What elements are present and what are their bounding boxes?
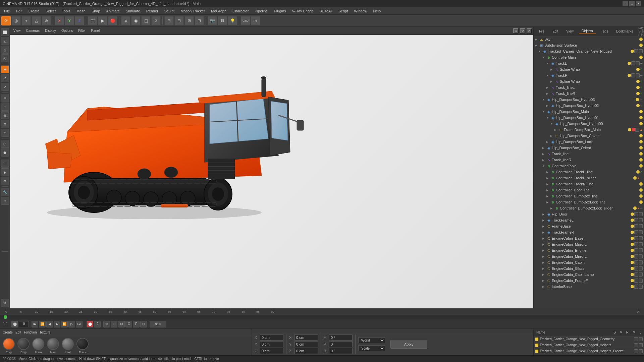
tree-arrow-hip00[interactable]: ▼ [550, 122, 554, 125]
record-btn[interactable]: ⬤ [11, 321, 18, 327]
menu-tools[interactable]: Tools [59, 8, 73, 14]
rb-ctrl-2b[interactable] [639, 343, 643, 347]
left-tool-7[interactable]: ⊖ [1, 111, 9, 119]
left-tool-2[interactable]: ◱ [1, 37, 9, 45]
vp-panel[interactable]: Panel [89, 28, 102, 33]
menu-3dtoall[interactable]: 3DToAll [317, 8, 335, 14]
tool-5[interactable]: 🎬 [88, 16, 97, 25]
tree-arrow-trackl[interactable]: ▼ [546, 62, 550, 65]
tool-2[interactable]: ⌖ [21, 16, 31, 25]
coord-sy-input[interactable] [294, 341, 318, 347]
menu-plugins[interactable]: Plugins [271, 8, 288, 14]
rp-tab-tags[interactable]: Tags [598, 29, 611, 34]
rb-ctrl-3a[interactable] [634, 349, 638, 353]
tree-arrow-trackframe[interactable]: ▶ [542, 219, 546, 222]
tree-arrow-enginemirrorr[interactable]: ▶ [542, 255, 546, 258]
coord-system-dropdown[interactable]: World Object Parent [358, 337, 385, 343]
tool-select[interactable]: ◎ [11, 16, 21, 25]
tree-item-trackr[interactable]: ▼ ◉ TrackR ··· [534, 72, 644, 78]
vp-maximize[interactable]: ⊞ [513, 28, 519, 34]
tree-item-trackl[interactable]: ▼ ◉ TrackL ··· [534, 60, 644, 66]
tree-item-ctrldumpboxlock[interactable]: ▶ ⊕ Controller_DumpBoxLock_line [534, 199, 644, 205]
tree-arrow-engineglass[interactable]: ▶ [542, 267, 546, 270]
tree-arrow-tracklineR2[interactable]: ▶ [542, 159, 546, 162]
tree-arrow-ctrldoor[interactable]: ▶ [546, 189, 550, 192]
tree-arrow-trackr[interactable]: ▼ [546, 74, 550, 77]
tool-render1[interactable]: 📷 [208, 16, 217, 25]
rb-ctrl-1b[interactable] [639, 337, 643, 341]
tree-item-framebase[interactable]: ▶ ⬡ FrameBase [534, 223, 644, 229]
left-tool-14[interactable]: ⊕ [1, 177, 9, 185]
vp-filter[interactable]: Filter [76, 28, 88, 33]
left-tool-12[interactable]: ⬛ [1, 160, 9, 168]
tree-arrow-tracklineR[interactable]: ▶ [546, 92, 550, 95]
tree-arrow-enginecabin[interactable]: ▶ [542, 261, 546, 264]
tool-3[interactable]: △ [32, 16, 41, 25]
left-tool-15[interactable]: 🔧 [1, 188, 9, 196]
material-item-3[interactable]: Fram [32, 338, 44, 354]
vp-view[interactable]: View [11, 28, 23, 33]
scale-dropdown[interactable]: Scale [358, 345, 385, 351]
tree-arrow-tracked[interactable]: ▼ [538, 50, 542, 53]
rb-ctrl-2a[interactable] [634, 343, 638, 347]
menu-mograph[interactable]: MoGraph [208, 8, 229, 14]
menu-motion-tracker[interactable]: Motion Tracker [178, 8, 208, 14]
menu-create[interactable]: Create [26, 8, 42, 14]
layout-btn[interactable]: ⊡ [140, 321, 147, 327]
menu-pipeline[interactable]: Pipeline [252, 8, 270, 14]
vp-close[interactable]: ✕ [527, 28, 532, 34]
left-tool-6[interactable]: ⊹ [1, 103, 9, 111]
menu-render[interactable]: Render [144, 8, 161, 14]
tree-item-engineglass[interactable]: ▶ ⬡ EngineCabin_Glass [534, 265, 644, 272]
tree-arrow-ctrltracklslider[interactable]: ▶ [546, 177, 550, 180]
tool-6[interactable]: ▶ [98, 16, 107, 25]
left-tool-scale[interactable]: ⤢ [1, 83, 9, 91]
keyframe-input[interactable] [19, 321, 29, 327]
rb-ctrl-1a[interactable] [634, 337, 638, 341]
tree-arrow-hip02[interactable]: ▶ [546, 104, 550, 107]
coord-x-input[interactable] [260, 335, 283, 341]
left-tool-11[interactable]: ⬢ [1, 148, 9, 157]
rp-tab-edit[interactable]: Edit [550, 29, 561, 34]
rb-item-2[interactable]: Tracked_Carrier_Orange_New_Rigged_Helper… [534, 342, 644, 348]
tree-item-hip03[interactable]: ▼ ◉ Hip_DamperBox_Hydro03 ··· [534, 97, 644, 103]
coord-sx-input[interactable] [294, 335, 318, 341]
timeline-track[interactable] [0, 315, 644, 319]
tool-x[interactable]: X [55, 16, 64, 25]
tree-item-enginemirrorr[interactable]: ▶ ⬡ EngineCabin_MirrorL [534, 253, 644, 259]
tree-item-ctrldumpbox[interactable]: ▶ ⊕ Controller_DumpBox_line [534, 193, 644, 199]
left-tool-9[interactable]: ⟡ [1, 129, 9, 137]
material-item-2[interactable]: Engi [17, 338, 30, 354]
motion-btn[interactable]: ? [94, 321, 101, 327]
tree-item-tracklineR[interactable]: ▶ ∿ Track_lineR ✓ [534, 90, 644, 97]
tool-c4d[interactable]: C4D [241, 16, 250, 25]
menu-edit[interactable]: Edit [13, 8, 25, 14]
fps-display[interactable]: 90 F [150, 321, 166, 327]
tree-arrow-ctrldumpboxlockslider[interactable]: ▶ [550, 207, 554, 210]
tool-move[interactable]: ⟳ [1, 16, 11, 25]
tree-arrow-ctrldumpbox[interactable]: ▶ [546, 195, 550, 198]
vp-display[interactable]: Display [43, 28, 58, 33]
tool-11[interactable]: ⊘ [151, 16, 161, 25]
menu-animate[interactable]: Animate [104, 8, 122, 14]
tree-item-enginebase[interactable]: ▶ ⬡ EngineCabin_Base [534, 235, 644, 241]
coord-b-input[interactable] [329, 348, 353, 354]
rp-tab-bookmarks[interactable]: Bookmarks [613, 29, 636, 34]
tree-arrow-ctrltrackr[interactable]: ▶ [546, 183, 550, 186]
tree-item-subdiv[interactable]: ▶ ⊞ Subdivision Surface [534, 42, 644, 48]
rb-item-1[interactable]: Tracked_Carrier_Orange_New_Rigged_Geomet… [534, 336, 644, 342]
tree-arrow-spline1[interactable]: ▶ [550, 68, 554, 71]
tree-arrow-framebase[interactable]: ▶ [542, 225, 546, 228]
tree-item-ctrltable[interactable]: ▼ ⊕ ControllerTable [534, 163, 644, 169]
coord-h-input[interactable] [329, 335, 353, 341]
tree-item-tracked[interactable]: ▼ ◉ Tracked_Carrier_Orange_New_Rigged [534, 48, 644, 54]
play-reverse-btn[interactable]: ◀ [46, 321, 53, 327]
viewport-3d[interactable] [10, 35, 533, 308]
tool-7[interactable]: 🔴 [108, 16, 117, 25]
next-key-btn[interactable]: ▷ [68, 321, 75, 327]
tree-item-hiplock[interactable]: ▶ ◉ Hip_DamperBox_Lock [534, 139, 644, 145]
vp-settings[interactable]: ⚙ [520, 28, 525, 34]
add-key-btn[interactable]: ⊞ [103, 321, 110, 327]
maximize-button[interactable]: □ [629, 1, 635, 6]
mat-function[interactable]: Function [24, 330, 37, 334]
